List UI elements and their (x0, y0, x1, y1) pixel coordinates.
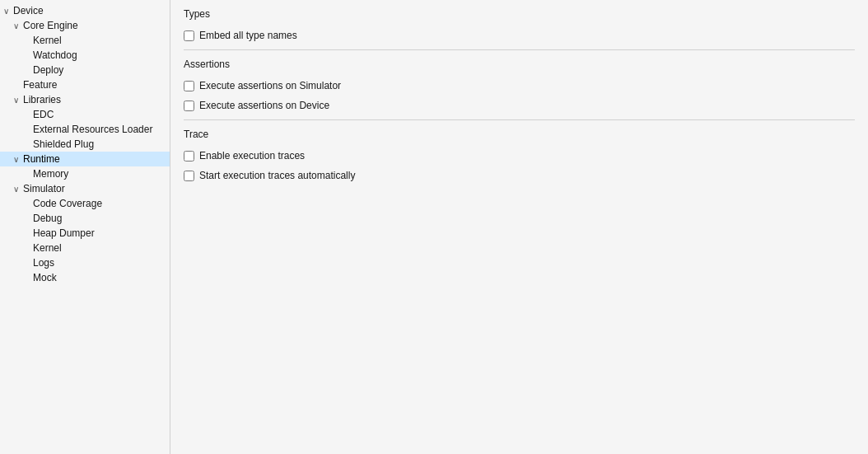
sidebar-item-runtime[interactable]: ∨Runtime (0, 152, 170, 166)
sidebar-item-label: Memory (33, 168, 166, 180)
section-assertions: AssertionsExecute assertions on Simulato… (184, 59, 855, 113)
section-trace: TraceEnable execution tracesStart execut… (184, 129, 855, 183)
sidebar-item-label: Kernel (33, 242, 166, 254)
sidebar-item-code-coverage[interactable]: Code Coverage (0, 196, 170, 211)
checkbox-row-enable-traces: Enable execution traces (184, 148, 855, 163)
sidebar: ∨Device∨Core EngineKernelWatchdogDeployF… (0, 0, 170, 454)
section-divider (184, 49, 855, 50)
checkbox-row-assertions-device: Execute assertions on Device (184, 98, 855, 113)
sidebar-item-libraries[interactable]: ∨Libraries (0, 92, 170, 107)
sidebar-item-label: Runtime (23, 153, 166, 165)
sidebar-item-edc[interactable]: EDC (0, 107, 170, 122)
section-title-trace: Trace (184, 129, 855, 143)
sidebar-item-watchdog[interactable]: Watchdog (0, 48, 170, 63)
label-enable-traces[interactable]: Enable execution traces (199, 150, 305, 161)
section-title-assertions: Assertions (184, 59, 855, 73)
sidebar-item-label: Kernel (33, 35, 166, 46)
section-title-types: Types (184, 8, 855, 23)
sidebar-item-simulator[interactable]: ∨Simulator (0, 181, 170, 196)
label-assertions-device[interactable]: Execute assertions on Device (199, 100, 329, 111)
sidebar-item-shielded-plug[interactable]: Shielded Plug (0, 137, 170, 152)
sidebar-item-logs[interactable]: Logs (0, 255, 170, 270)
sidebar-item-kernel[interactable]: Kernel (0, 33, 170, 48)
collapse-arrow-icon: ∨ (13, 185, 23, 194)
checkbox-assertions-device[interactable] (184, 101, 194, 111)
sidebar-item-deploy[interactable]: Deploy (0, 63, 170, 77)
sidebar-item-memory[interactable]: Memory (0, 166, 170, 181)
sidebar-item-label: Shielded Plug (33, 138, 166, 150)
sidebar-item-mock[interactable]: Mock (0, 270, 170, 285)
checkbox-enable-traces[interactable] (184, 151, 194, 161)
sidebar-item-debug[interactable]: Debug (0, 211, 170, 226)
sidebar-item-label: External Resources Loader (33, 124, 166, 135)
sidebar-item-label: EDC (33, 109, 166, 120)
sidebar-item-label: Libraries (23, 94, 166, 105)
section-divider (184, 119, 855, 120)
sidebar-item-label: Heap Dumper (33, 227, 166, 239)
checkbox-embed-type-names[interactable] (184, 30, 194, 41)
sidebar-item-external-resources-loader[interactable]: External Resources Loader (0, 122, 170, 137)
main-content: TypesEmbed all type namesAssertionsExecu… (170, 0, 868, 454)
label-embed-type-names[interactable]: Embed all type names (199, 30, 297, 41)
collapse-arrow-icon: ∨ (3, 7, 13, 16)
checkbox-row-embed-type-names: Embed all type names (184, 28, 855, 43)
sidebar-item-label: Debug (33, 213, 166, 224)
sidebar-item-label: Simulator (23, 183, 166, 194)
collapse-arrow-icon: ∨ (13, 21, 23, 30)
checkbox-row-assertions-simulator: Execute assertions on Simulator (184, 78, 855, 93)
checkbox-row-start-traces-auto: Start execution traces automatically (184, 168, 855, 183)
sidebar-item-label: Mock (33, 272, 166, 283)
label-start-traces-auto[interactable]: Start execution traces automatically (199, 170, 355, 181)
sidebar-item-label: Logs (33, 257, 166, 269)
sidebar-item-device[interactable]: ∨Device (0, 3, 170, 18)
sidebar-item-core-engine[interactable]: ∨Core Engine (0, 18, 170, 33)
sidebar-item-feature[interactable]: Feature (0, 77, 170, 92)
collapse-arrow-icon: ∨ (13, 96, 23, 105)
sidebar-item-label: Core Engine (23, 20, 166, 31)
sidebar-item-label: Feature (23, 79, 166, 91)
sidebar-item-kernel-sim[interactable]: Kernel (0, 241, 170, 255)
sidebar-item-label: Deploy (33, 64, 166, 76)
checkbox-start-traces-auto[interactable] (184, 171, 194, 181)
section-types: TypesEmbed all type names (184, 8, 855, 43)
collapse-arrow-icon: ∨ (13, 155, 23, 164)
sidebar-item-label: Watchdog (33, 49, 166, 61)
sidebar-item-label: Code Coverage (33, 198, 166, 209)
sidebar-item-label: Device (13, 5, 166, 16)
sidebar-item-heap-dumper[interactable]: Heap Dumper (0, 226, 170, 241)
label-assertions-simulator[interactable]: Execute assertions on Simulator (199, 80, 341, 91)
checkbox-assertions-simulator[interactable] (184, 81, 194, 91)
